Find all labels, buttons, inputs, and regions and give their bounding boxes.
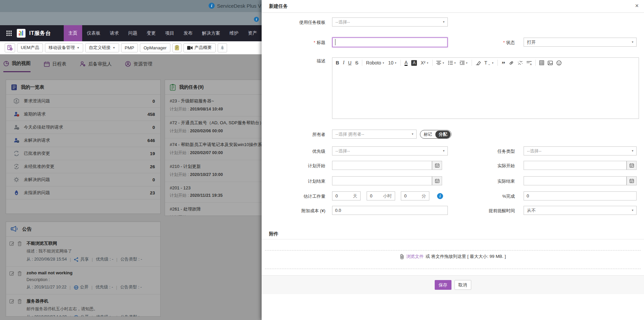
link-button[interactable] bbox=[509, 60, 514, 65]
nav-item-projects[interactable]: 项目 bbox=[160, 25, 179, 41]
nav-item-dashboard[interactable]: 仪表板 bbox=[82, 25, 105, 41]
nav-item-problems[interactable]: 问题 bbox=[123, 25, 142, 41]
italic-button[interactable]: I bbox=[343, 60, 344, 65]
attachment-dropzone[interactable]: 浏览文件 或 将文件拖放到这里 [ 最大大小: 99 MB. ] bbox=[262, 254, 644, 260]
info-floating[interactable]: i bbox=[254, 16, 259, 22]
status-select[interactable]: 打开 ▼ bbox=[524, 38, 637, 47]
font-family-select[interactable]: Roboto▼ bbox=[366, 60, 384, 65]
task-template-select[interactable]: --选择-- ▼ bbox=[332, 17, 448, 27]
mark-option[interactable]: 标记 bbox=[420, 132, 435, 137]
actual-end-calendar-button[interactable] bbox=[627, 176, 637, 185]
announcement-actions bbox=[9, 298, 22, 317]
text-direction-button[interactable]: T→▼ bbox=[484, 60, 494, 66]
opmanager-button[interactable]: OpManager bbox=[140, 43, 170, 52]
announcement-title[interactable]: 不能浏览互联网 bbox=[26, 240, 142, 246]
horizontal-rule-button[interactable]: A bbox=[527, 61, 532, 65]
scheduled-start-calendar-button[interactable] bbox=[432, 161, 442, 170]
tab-my-view[interactable]: 我的视图 bbox=[3, 60, 31, 72]
delete-icon[interactable] bbox=[17, 271, 22, 276]
insert-image-button[interactable] bbox=[548, 61, 553, 65]
effort-info-icon[interactable]: i bbox=[437, 193, 443, 199]
rocket-button[interactable] bbox=[218, 43, 227, 52]
task-start-date: 2020/02/06 00:00 bbox=[190, 129, 223, 133]
underline-button[interactable]: U bbox=[348, 60, 352, 65]
delete-icon[interactable] bbox=[17, 299, 22, 304]
tab-scheduler[interactable]: 日程表 bbox=[44, 60, 66, 72]
priority-select[interactable]: --选择-- ▼ bbox=[332, 146, 448, 155]
close-icon[interactable]: × bbox=[635, 2, 639, 9]
summary-row-unassigned-problems[interactable]: 未指派的问题 23 bbox=[6, 186, 160, 199]
custom-links-button[interactable]: 自定义链接▼ bbox=[85, 43, 119, 52]
product-overview-button[interactable]: 产品概要 bbox=[183, 43, 216, 52]
announcement-title[interactable]: zoho mail not working bbox=[26, 270, 142, 275]
nav-item-solutions[interactable]: 解决方案 bbox=[197, 25, 225, 41]
nav-item-maintenance[interactable]: 维护 bbox=[225, 25, 243, 41]
bold-button[interactable]: B bbox=[336, 60, 339, 65]
scheduled-end-input[interactable] bbox=[332, 176, 432, 185]
announcement-title[interactable]: 服务器停机 bbox=[26, 298, 142, 304]
pmp-button[interactable]: PMP bbox=[121, 43, 138, 52]
add-template-button[interactable] bbox=[5, 43, 15, 52]
additional-cost-input[interactable] bbox=[332, 206, 448, 215]
mdm-button[interactable]: 移动设备管理▼ bbox=[45, 43, 83, 52]
uem-product-button[interactable]: UEM产品 bbox=[17, 43, 43, 52]
highlight-color-button[interactable]: A bbox=[411, 60, 417, 66]
blockquote-button[interactable]: ” bbox=[501, 60, 505, 66]
browse-files-link[interactable]: 浏览文件 bbox=[406, 254, 424, 260]
priority-label: 优先级 bbox=[268, 148, 325, 154]
summary-row-unapproved-changes[interactable]: 未经批准的变更 26 bbox=[6, 160, 160, 173]
tab-backup-approver[interactable]: 后备审批人 bbox=[80, 60, 112, 72]
select-arrow-icon: ▼ bbox=[411, 133, 414, 136]
summary-row-pending-problems[interactable]: 未解决的问题 0 bbox=[6, 173, 160, 186]
emoji-button[interactable] bbox=[556, 60, 561, 65]
font-size-select[interactable]: 10▼ bbox=[388, 60, 397, 65]
edit-icon[interactable] bbox=[9, 241, 14, 246]
save-button[interactable]: 保存 bbox=[435, 280, 451, 290]
clipboard-button[interactable] bbox=[172, 43, 181, 52]
effort-days-input[interactable]: 0 天 bbox=[332, 191, 361, 200]
effort-hours-input[interactable]: 0 小时 bbox=[367, 191, 395, 200]
strikethrough-button[interactable]: S bbox=[355, 60, 358, 65]
remind-before-select[interactable]: 从不 ▼ bbox=[524, 206, 637, 215]
summary-row-clarification[interactable]: 要求澄清问题 0 bbox=[6, 95, 160, 108]
owner-select[interactable]: --选择 拥有者-- ▼ bbox=[332, 130, 417, 139]
edit-icon[interactable] bbox=[9, 271, 14, 276]
apps-grid-icon[interactable] bbox=[6, 30, 12, 36]
nav-item-requests[interactable]: 请求 bbox=[105, 25, 123, 41]
actual-end-input[interactable] bbox=[524, 176, 627, 185]
nav-item-assets[interactable]: 资产 bbox=[243, 25, 262, 41]
delete-icon[interactable] bbox=[17, 241, 22, 246]
font-color-button[interactable]: A bbox=[405, 60, 408, 66]
effort-minutes-input[interactable]: 0 分 bbox=[401, 191, 429, 200]
actual-start-calendar-button[interactable] bbox=[627, 161, 637, 170]
cancel-button[interactable]: 取消 bbox=[454, 280, 471, 290]
clear-format-button[interactable] bbox=[476, 61, 481, 65]
scheduled-start-input[interactable] bbox=[332, 161, 432, 170]
nav-item-home[interactable]: 主页 bbox=[64, 25, 82, 41]
scheduled-end-calendar-button[interactable] bbox=[432, 176, 442, 185]
percent-complete-input[interactable] bbox=[524, 191, 637, 200]
actual-start-input[interactable] bbox=[524, 161, 627, 170]
edit-icon[interactable] bbox=[9, 299, 14, 304]
superscript-button[interactable]: X²▼ bbox=[421, 60, 429, 65]
list-button[interactable]: ▼ bbox=[448, 61, 456, 65]
summary-row-approved-changes[interactable]: 已批准的变更 19 bbox=[6, 147, 160, 160]
summary-row-due-today[interactable]: 今天必须处理的请求 0 bbox=[6, 121, 160, 134]
percent-complete-label: %完成 bbox=[463, 193, 515, 199]
nav-item-changes[interactable]: 变更 bbox=[142, 25, 160, 41]
summary-row-pending-requests[interactable]: 未解决的请求 646 bbox=[6, 134, 160, 147]
task-type-select[interactable]: --选择-- ▼ bbox=[524, 146, 637, 155]
insert-table-button[interactable] bbox=[539, 60, 544, 65]
custom-links-label: 自定义链接 bbox=[89, 45, 111, 51]
description-editor[interactable] bbox=[332, 68, 639, 119]
app-logo[interactable] bbox=[17, 29, 25, 38]
indent-button[interactable]: ▼ bbox=[460, 61, 468, 65]
nav-item-releases[interactable]: 发布 bbox=[179, 25, 197, 41]
task-start-date: 2020/10/27 10:00 bbox=[190, 172, 223, 177]
summary-row-overdue[interactable]: 逾期的请求 458 bbox=[6, 108, 160, 121]
align-button[interactable]: ▼ bbox=[436, 61, 444, 65]
unlink-button[interactable] bbox=[518, 60, 523, 65]
title-input[interactable] bbox=[332, 37, 448, 47]
assign-option[interactable]: 分配 bbox=[435, 131, 450, 138]
tab-resource-management[interactable]: 资源管理 bbox=[125, 60, 152, 72]
